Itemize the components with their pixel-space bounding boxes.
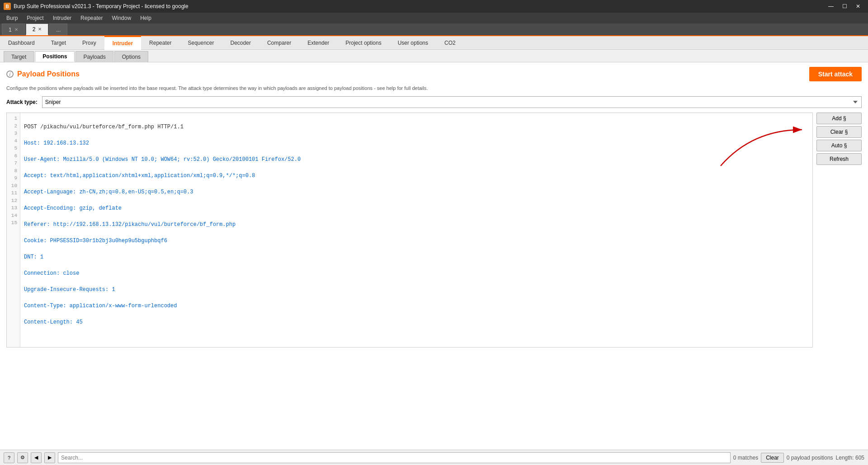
code-line-8: Cookie: PHPSESSID=30r1b2bj3u0hep9u5bguph… bbox=[24, 237, 809, 245]
nav-tab-extender[interactable]: Extender bbox=[299, 36, 337, 50]
code-line-6: Accept-Encoding: gzip, deflate bbox=[24, 204, 809, 212]
nav-tab-repeater[interactable]: Repeater bbox=[141, 36, 179, 50]
payload-positions-status: 0 payload positions bbox=[787, 455, 833, 461]
app-icon: B bbox=[4, 3, 11, 10]
tool-tabs: Target Positions Payloads Options bbox=[0, 50, 868, 62]
editor-main[interactable]: 123456789101112131415 POST /pikachu/vul/… bbox=[6, 113, 813, 348]
menu-project[interactable]: Project bbox=[22, 13, 48, 23]
info-icon[interactable]: i bbox=[6, 70, 14, 78]
start-attack-button[interactable]: Start attack bbox=[809, 67, 862, 81]
length-status: Length: 605 bbox=[836, 455, 864, 461]
nav-tab-comparer[interactable]: Comparer bbox=[259, 36, 299, 50]
content-area: i Payload Positions Start attack Configu… bbox=[0, 62, 868, 465]
section-header: i Payload Positions Start attack bbox=[6, 67, 862, 81]
menu-help[interactable]: Help bbox=[136, 13, 156, 23]
menu-intruder[interactable]: Intruder bbox=[48, 13, 76, 23]
code-line-7: Referer: http://192.168.13.132/pikachu/v… bbox=[24, 221, 809, 229]
session-tab-2-label: 2 bbox=[33, 26, 36, 33]
help-icon-button[interactable]: ? bbox=[4, 452, 14, 463]
maximize-button[interactable]: ☐ bbox=[838, 2, 851, 11]
editor-container: 123456789101112131415 POST /pikachu/vul/… bbox=[6, 113, 862, 348]
nav-tab-sequencer[interactable]: Sequencer bbox=[179, 36, 222, 50]
nav-tab-decoder[interactable]: Decoder bbox=[222, 36, 259, 50]
nav-tab-user-options[interactable]: User options bbox=[390, 36, 436, 50]
session-tab-1[interactable]: 1 ✕ bbox=[2, 23, 25, 35]
attack-type-label: Attack type: bbox=[6, 99, 38, 105]
back-icon-button[interactable]: ◀ bbox=[31, 452, 42, 463]
code-line-4: Accept: text/html,application/xhtml+xml,… bbox=[24, 172, 809, 180]
menu-repeater[interactable]: Repeater bbox=[76, 13, 107, 23]
code-line-10: Connection: close bbox=[24, 269, 809, 277]
session-tab-1-label: 1 bbox=[9, 27, 12, 33]
code-line-14 bbox=[24, 334, 809, 343]
section-title: Payload Positions bbox=[17, 70, 80, 78]
menu-window[interactable]: Window bbox=[107, 13, 136, 23]
attack-type-row: Attack type: Sniper Battering ram Pitchf… bbox=[6, 96, 862, 108]
code-lines: POST /pikachu/vul/burteforce/bf_form.php… bbox=[20, 113, 812, 348]
nav-tab-target[interactable]: Target bbox=[43, 36, 74, 50]
bottom-bar: ? ⚙ ◀ ▶ 0 matches Clear 0 payload positi… bbox=[0, 450, 868, 465]
buttons-panel: Add § Clear § Auto § Refresh bbox=[816, 113, 862, 348]
nav-tab-project-options[interactable]: Project options bbox=[337, 36, 389, 50]
settings-icon-button[interactable]: ⚙ bbox=[17, 452, 28, 463]
code-line-9: DNT: 1 bbox=[24, 253, 809, 261]
refresh-button[interactable]: Refresh bbox=[816, 153, 862, 165]
close-button[interactable]: ✕ bbox=[852, 2, 864, 11]
tool-tab-payloads[interactable]: Payloads bbox=[75, 51, 113, 62]
tool-tab-target[interactable]: Target bbox=[4, 51, 34, 62]
nav-tab-intruder[interactable]: Intruder bbox=[104, 36, 141, 50]
code-line-3: User-Agent: Mozilla/5.0 (Windows NT 10.0… bbox=[24, 155, 809, 164]
main-nav: Dashboard Target Proxy Intruder Repeater… bbox=[0, 36, 868, 50]
add-section-button[interactable]: Add § bbox=[816, 113, 862, 124]
code-line-11: Upgrade-Insecure-Requests: 1 bbox=[24, 286, 809, 294]
clear-section-button[interactable]: Clear § bbox=[816, 126, 862, 138]
tool-tab-positions[interactable]: Positions bbox=[35, 51, 75, 62]
minimize-button[interactable]: — bbox=[825, 2, 837, 11]
main-content: i Payload Positions Start attack Configu… bbox=[0, 62, 868, 465]
title-bar: B Burp Suite Professional v2021.3 - Temp… bbox=[0, 0, 868, 13]
session-tab-more-label: ... bbox=[56, 27, 61, 33]
search-input[interactable] bbox=[58, 452, 731, 463]
attack-type-select[interactable]: Sniper Battering ram Pitchfork Cluster b… bbox=[42, 96, 862, 108]
session-tab-more[interactable]: ... bbox=[49, 23, 67, 35]
code-line-5: Accept-Language: zh-CN,zh;q=0.8,en-US;q=… bbox=[24, 188, 809, 196]
code-line-2: Host: 192.168.13.132 bbox=[24, 139, 809, 147]
top-tab-bar: 1 ✕ 2 ✕ ... bbox=[0, 23, 868, 36]
line-numbers: 123456789101112131415 bbox=[7, 113, 20, 348]
matches-text: 0 matches bbox=[733, 455, 758, 461]
session-tab-1-close[interactable]: ✕ bbox=[14, 27, 18, 32]
nav-tab-proxy[interactable]: Proxy bbox=[74, 36, 104, 50]
code-line-12: Content-Type: application/x-www-form-url… bbox=[24, 302, 809, 310]
auto-section-button[interactable]: Auto § bbox=[816, 140, 862, 151]
menu-bar: Burp Project Intruder Repeater Window He… bbox=[0, 13, 868, 23]
menu-burp[interactable]: Burp bbox=[2, 13, 22, 23]
session-tab-2-close[interactable]: ✕ bbox=[38, 27, 42, 32]
code-line-1: POST /pikachu/vul/burteforce/bf_form.php… bbox=[24, 123, 809, 131]
window-title: Burp Suite Professional v2021.3 - Tempor… bbox=[14, 3, 189, 9]
tool-tab-options[interactable]: Options bbox=[114, 51, 148, 62]
clear-search-button[interactable]: Clear bbox=[761, 453, 784, 463]
forward-icon-button[interactable]: ▶ bbox=[44, 452, 55, 463]
description-text: Configure the positions where payloads w… bbox=[6, 85, 862, 92]
session-tab-2[interactable]: 2 ✕ bbox=[26, 23, 49, 35]
nav-tab-dashboard[interactable]: Dashboard bbox=[0, 36, 43, 50]
window-controls: — ☐ ✕ bbox=[825, 2, 864, 11]
nav-tab-co2[interactable]: CO2 bbox=[436, 36, 464, 50]
code-line-13: Content-Length: 45 bbox=[24, 318, 809, 326]
